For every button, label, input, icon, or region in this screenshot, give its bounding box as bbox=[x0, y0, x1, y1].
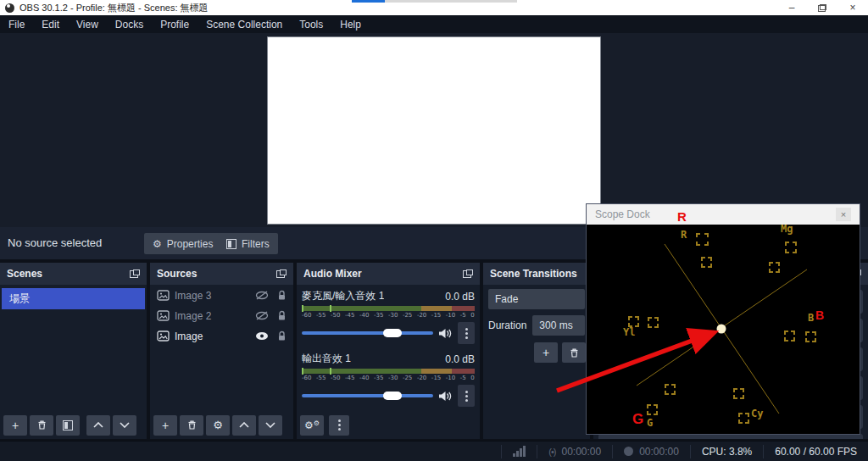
add-scene-button[interactable]: + bbox=[3, 415, 27, 436]
scenes-dock: Scenes 場景 + bbox=[0, 263, 147, 439]
image-icon bbox=[157, 310, 170, 321]
dots-menu-icon bbox=[465, 391, 468, 402]
source-row-image[interactable]: Image bbox=[150, 326, 293, 346]
status-signal bbox=[501, 445, 537, 458]
menu-view[interactable]: View bbox=[68, 15, 107, 33]
scope-dock-titlebar[interactable]: Scope Dock × bbox=[587, 204, 860, 225]
scope-label-B: B bbox=[808, 312, 814, 324]
eye-icon[interactable] bbox=[255, 331, 269, 341]
popout-icon[interactable] bbox=[276, 269, 287, 278]
menu-scene-collection[interactable]: Scene Collection bbox=[198, 15, 291, 33]
scene-down-button[interactable] bbox=[113, 415, 136, 436]
volume-icon[interactable] bbox=[438, 328, 453, 339]
menu-docks[interactable]: Docks bbox=[107, 15, 152, 33]
source-up-button[interactable] bbox=[232, 415, 256, 436]
scene-filters-button[interactable] bbox=[56, 415, 80, 436]
channel-name: 輸出音效 1 bbox=[302, 352, 351, 366]
channel-name: 麥克風/輸入音效 1 bbox=[302, 289, 384, 303]
remove-source-button[interactable] bbox=[180, 415, 203, 436]
scope-target bbox=[805, 331, 816, 342]
sources-dock: Sources Image 3 Image 2 bbox=[150, 263, 293, 439]
dots-menu-icon bbox=[338, 419, 341, 430]
minimize-icon[interactable]: – bbox=[776, 0, 807, 15]
status-fps: 60.00 / 60.00 FPS bbox=[763, 445, 868, 458]
chevron-down-icon bbox=[120, 422, 130, 428]
scenes-toolbar: + bbox=[0, 411, 147, 439]
lock-icon[interactable] bbox=[277, 330, 287, 342]
gears-icon: ⚙⚙ bbox=[304, 419, 320, 431]
menu-edit[interactable]: Edit bbox=[33, 15, 68, 33]
volume-icon[interactable] bbox=[438, 391, 453, 402]
eye-slash-icon[interactable] bbox=[255, 311, 269, 320]
scope-target bbox=[648, 317, 659, 328]
add-transition-button[interactable]: + bbox=[534, 342, 558, 363]
stream-time: 00:00:00 bbox=[561, 446, 601, 458]
meter-ticks: -60-55-50-45-40-35-30-25-20-15-10-50 bbox=[302, 312, 475, 319]
add-source-button[interactable]: + bbox=[153, 415, 177, 436]
lock-icon[interactable] bbox=[277, 290, 287, 301]
menu-file[interactable]: File bbox=[0, 15, 33, 33]
properties-button[interactable]: ⚙ Properties bbox=[144, 233, 221, 254]
preview-canvas[interactable] bbox=[267, 36, 601, 225]
scene-up-button[interactable] bbox=[86, 415, 110, 436]
scene-item-selected[interactable]: 場景 bbox=[2, 288, 145, 309]
remove-scene-button[interactable] bbox=[30, 415, 53, 436]
menubar: File Edit View Docks Profile Scene Colle… bbox=[0, 15, 868, 33]
eye-slash-icon[interactable] bbox=[255, 291, 269, 300]
status-bar: (•) 00:00:00 00:00:00 CPU: 3.8% 60.00 / … bbox=[0, 441, 868, 461]
remove-transition-button[interactable] bbox=[562, 342, 586, 363]
sources-list: Image 3 Image 2 Image bbox=[150, 285, 293, 411]
audio-mixer-header: Audio Mixer bbox=[297, 263, 480, 285]
lock-icon[interactable] bbox=[277, 310, 287, 321]
audio-mixer-dock: Audio Mixer 麥克風/輸入音效 1 0.0 dB -60-55-50-… bbox=[297, 263, 480, 439]
menu-profile[interactable]: Profile bbox=[152, 15, 198, 33]
source-down-button[interactable] bbox=[259, 415, 282, 436]
scope-label-R: R bbox=[681, 229, 687, 241]
transitions-header: Scene Transitions bbox=[483, 263, 590, 285]
popout-icon[interactable] bbox=[463, 269, 473, 278]
annotation-letter-B: B bbox=[815, 308, 824, 322]
preview-area bbox=[0, 33, 868, 227]
mixer-menu-button[interactable] bbox=[329, 415, 349, 436]
image-icon bbox=[157, 330, 170, 342]
source-row-image3[interactable]: Image 3 bbox=[150, 286, 293, 305]
window-controls: – × bbox=[776, 0, 868, 15]
slider-handle[interactable] bbox=[383, 392, 402, 400]
annotation-letter-R: R bbox=[677, 209, 687, 224]
advanced-audio-button[interactable]: ⚙⚙ bbox=[300, 415, 324, 436]
menu-help[interactable]: Help bbox=[331, 15, 370, 33]
source-properties-button[interactable]: ⚙ bbox=[206, 415, 230, 436]
channel-menu-button[interactable] bbox=[458, 322, 475, 344]
restore-icon[interactable] bbox=[807, 0, 837, 15]
scope-target bbox=[769, 262, 780, 273]
source-row-image2[interactable]: Image 2 bbox=[150, 306, 293, 325]
transitions-dock: Scene Transitions Fade Duration 300 ms + bbox=[483, 263, 590, 439]
record-icon bbox=[624, 447, 633, 456]
gear-icon: ⚙ bbox=[213, 419, 223, 431]
volume-slider[interactable] bbox=[302, 331, 433, 335]
close-icon[interactable]: × bbox=[837, 0, 868, 15]
menu-tools[interactable]: Tools bbox=[291, 15, 331, 33]
slider-handle[interactable] bbox=[383, 329, 402, 337]
volume-meter bbox=[302, 369, 475, 374]
scenes-header: Scenes bbox=[0, 263, 147, 285]
close-icon[interactable]: × bbox=[836, 208, 851, 221]
vectorscope: RMgYlBGCy bbox=[587, 225, 860, 434]
volume-slider[interactable] bbox=[302, 394, 433, 397]
annotation-letter-G: G bbox=[632, 411, 643, 428]
duration-input[interactable]: 300 ms bbox=[532, 315, 585, 336]
chevron-down-icon bbox=[265, 422, 275, 428]
obs-logo-icon bbox=[5, 3, 14, 13]
popout-icon[interactable] bbox=[130, 269, 140, 278]
scope-target bbox=[696, 233, 709, 246]
transitions-body: Fade Duration 300 ms + bbox=[483, 285, 590, 439]
mixer-channel-mic: 麥克風/輸入音效 1 0.0 dB -60-55-50-45-40-35-30-… bbox=[297, 285, 480, 344]
filters-button[interactable]: Filters bbox=[218, 233, 278, 254]
scope-label-Yl: Yl bbox=[623, 326, 635, 338]
channel-menu-button[interactable] bbox=[458, 385, 475, 407]
transition-select[interactable]: Fade bbox=[488, 289, 585, 309]
scope-label-Mg: Mg bbox=[781, 225, 793, 235]
volume-meter bbox=[302, 306, 475, 311]
top-progress-track bbox=[385, 0, 517, 3]
mixer-channel-desktop: 輸出音效 1 0.0 dB -60-55-50-45-40-35-30-25-2… bbox=[297, 347, 480, 407]
